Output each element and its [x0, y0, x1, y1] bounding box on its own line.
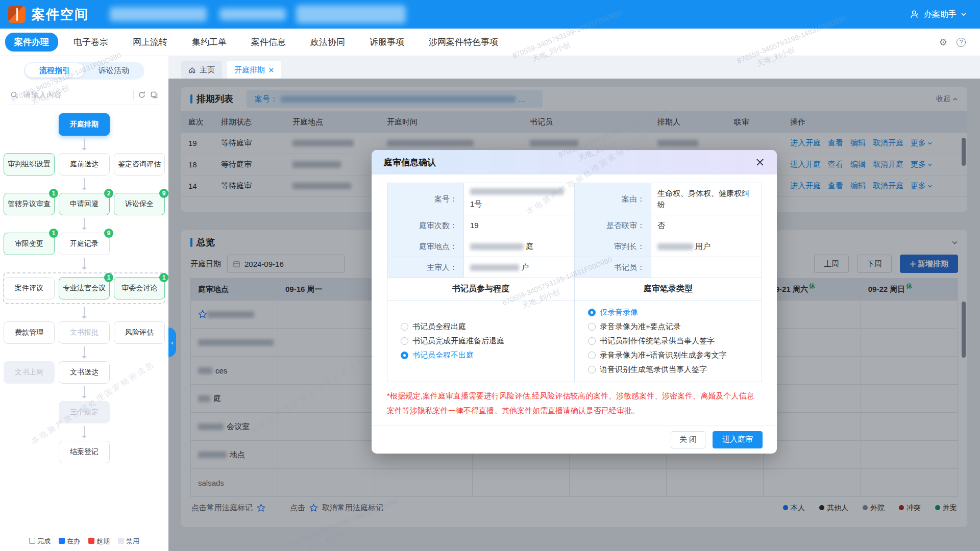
close-button[interactable]: 关 闭	[671, 431, 705, 448]
live-broadcast-warning: *根据规定,案件庭审直播需要进行风险评估,经风险评估较高的案件、涉敏感案件、涉密…	[387, 388, 762, 418]
radio-icon	[588, 323, 596, 331]
participation-section-title: 书记员参与程度	[387, 278, 575, 300]
flow-node-pretrial-delivery[interactable]: 庭前送达	[59, 153, 110, 176]
dialog-header: 庭审信息确认	[372, 150, 777, 174]
flow-arrow-icon	[0, 384, 168, 401]
redacted-value	[657, 243, 693, 250]
chief-judge-value: 户	[464, 257, 575, 278]
flow-node-label: 诉讼保全	[125, 199, 154, 209]
flow-node-case-closing[interactable]: 结案登记	[59, 441, 110, 463]
count-badge: 2	[104, 189, 113, 198]
chief-judge-label: 主审人：	[387, 257, 464, 278]
flow-node-label: 开庭记录	[70, 239, 99, 248]
flow-node-three-rules[interactable]: 三个规定	[59, 401, 110, 423]
layers-icon[interactable]	[150, 91, 158, 99]
nav-tab-web-case[interactable]: 涉网案件特色事项	[429, 36, 498, 48]
tab-label: 主页	[200, 65, 215, 75]
flow-node-label: 审委会讨论	[121, 284, 157, 293]
count-badge: 9	[104, 229, 113, 238]
dialog-body: 案号： 1号 案由： 生命权、身体权、健康权纠纷 庭审次数： 19 是否联审： …	[372, 174, 777, 382]
flow-node-court-schedule[interactable]: 开庭排期	[59, 113, 110, 136]
app-title: 案件空间	[32, 6, 89, 23]
top-header: 案件空间 办案助手	[0, 0, 980, 29]
flow-group-dashed: 案件评议 专业法官会议1 审委会讨论1	[3, 272, 165, 304]
flow-node-doc-approval[interactable]: 文书报批	[59, 321, 110, 344]
record-type-section-title: 庭审笔录类型	[575, 278, 762, 300]
flow-node-litigation-preservation[interactable]: 诉讼保全9	[114, 193, 165, 215]
nav-tab-centralized-orders[interactable]: 集约工单	[192, 36, 227, 48]
nav-tab-political-legal[interactable]: 政法协同	[310, 36, 345, 48]
help-icon[interactable]: ?	[957, 38, 966, 47]
record-type-options: 仅录音录像 录音录像为准+要点记录 书记员制作传统笔录供当事人签字 录音录像为准…	[575, 300, 762, 382]
close-icon[interactable]	[268, 67, 274, 73]
nav-tab-e-dossier[interactable]: 电子卷宗	[74, 36, 108, 48]
legend-item: 禁用	[118, 537, 139, 546]
enter-hearing-button[interactable]: 进入庭审	[713, 431, 763, 448]
info-row: 案号： 1号 案由： 生命权、身体权、健康权纠纷	[387, 183, 762, 215]
close-icon[interactable]	[755, 158, 765, 167]
app-root: 案件空间 办案助手 案件办理 电子卷宗 网上流转 集约工单 案件信息 政法协同 …	[0, 0, 980, 551]
flow-node-hearing-record[interactable]: 开庭记录9	[59, 233, 110, 255]
flow-node-committee-discussion[interactable]: 审委会讨论1	[114, 277, 165, 299]
participation-options: 书记员全程出庭 书记员完成开庭准备后退庭 书记员全程不出庭	[387, 300, 575, 382]
tab-court-schedule[interactable]: 开庭排期	[227, 61, 281, 79]
radio-asr-record-sign[interactable]: 语音识别生成笔录供当事人签字	[588, 365, 756, 374]
section-headers: 书记员参与程度 庭审笔录类型	[387, 278, 762, 300]
radio-clerk-full-attend[interactable]: 书记员全程出庭	[401, 322, 569, 332]
redacted-value	[470, 188, 564, 195]
flow-node-doc-delivery[interactable]: 文书送达	[59, 361, 110, 384]
radio-icon	[588, 366, 596, 373]
assistant-menu[interactable]: 办案助手	[910, 9, 967, 20]
redacted-header-text	[219, 8, 286, 20]
flow-arrow-icon	[0, 344, 168, 361]
flow-node-label: 审限变更	[15, 239, 43, 248]
flow-status-legend: 完成 在办 超期 禁用	[0, 537, 168, 546]
tab-process-guide[interactable]: 流程指引	[25, 63, 84, 78]
nav-tab-case-info[interactable]: 案件信息	[251, 36, 286, 48]
refresh-icon[interactable]	[138, 91, 146, 99]
sidebar-collapse-handle[interactable]: ‹	[168, 328, 176, 357]
user-icon	[910, 9, 920, 19]
redacted-value	[470, 243, 524, 250]
location-value: 庭	[464, 236, 575, 257]
flow-node-risk-assessment[interactable]: 风险评估	[114, 321, 165, 344]
search-input[interactable]	[22, 90, 129, 99]
sidebar-tabs: 流程指引 诉讼活动	[24, 62, 144, 80]
tab-litigation-activity[interactable]: 诉讼活动	[84, 63, 143, 78]
count-badge: 1	[159, 273, 168, 282]
sidebar-search	[7, 85, 161, 105]
legend-label: 完成	[37, 537, 51, 545]
flow-node-trial-limit-change[interactable]: 审限变更1	[4, 233, 55, 255]
nav-tab-litigation-service[interactable]: 诉服事项	[370, 36, 404, 48]
radio-icon	[401, 352, 408, 359]
nav-tab-online-flow[interactable]: 网上流转	[133, 36, 167, 48]
radio-av-only[interactable]: 仅录音录像	[588, 308, 756, 317]
flow-node-jurisdiction-objection[interactable]: 管辖异议审查1	[4, 193, 55, 215]
radio-traditional-record[interactable]: 书记员制作传统笔录供当事人签字	[588, 336, 756, 346]
flow-node-recusal-request[interactable]: 申请回避2	[59, 193, 110, 215]
flow-node-label: 专业法官会议	[63, 284, 106, 293]
tab-home[interactable]: 主页	[181, 61, 222, 79]
sidebar: 流程指引 诉讼活动 开庭排期 审判组织设置 庭前送达 鉴定咨询评估	[0, 56, 168, 551]
gear-icon[interactable]: ⚙	[939, 38, 947, 47]
dialog-footer: 关 闭 进入庭审	[372, 425, 777, 454]
presiding-judge-label: 审判长：	[575, 236, 651, 257]
radio-av-plus-keypoints[interactable]: 录音录像为准+要点记录	[588, 322, 756, 332]
flow-node-judge-meeting[interactable]: 专业法官会议1	[59, 277, 110, 299]
flow-node-label: 申请回避	[70, 199, 99, 209]
flow-node-trial-org-setup[interactable]: 审判组织设置	[4, 153, 55, 176]
radio-icon	[401, 323, 408, 331]
count-badge: 1	[49, 229, 58, 238]
flow-node-doc-publish[interactable]: 文书上网	[4, 361, 55, 384]
flow-node-appraisal-consult[interactable]: 鉴定咨询评估	[114, 153, 165, 176]
flow-node-case-review[interactable]: 案件评议	[4, 277, 55, 299]
radio-clerk-leave-after-prep[interactable]: 书记员完成开庭准备后退庭	[401, 336, 569, 346]
info-row: 庭审地点： 庭 审判长： 用户	[387, 236, 762, 257]
flow-node-fee-management[interactable]: 费款管理	[4, 321, 55, 344]
count-badge: 9	[159, 189, 168, 198]
count-badge: 1	[49, 189, 58, 198]
nav-tab-case-handling[interactable]: 案件办理	[5, 33, 58, 52]
radio-clerk-no-attend[interactable]: 书记员全程不出庭	[401, 350, 569, 360]
flow-node-label: 管辖异议审查	[8, 199, 51, 209]
radio-av-plus-asr-reference[interactable]: 录音录像为准+语音识别生成参考文字	[588, 350, 756, 360]
